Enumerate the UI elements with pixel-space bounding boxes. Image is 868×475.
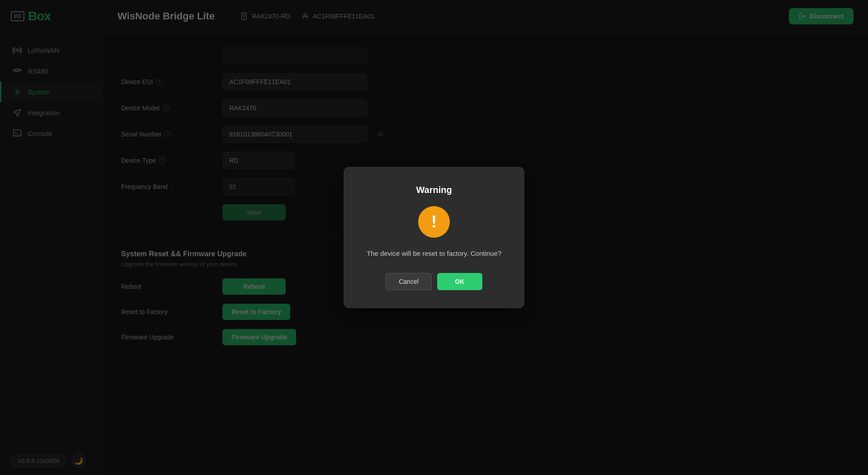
warning-modal: Warning ! The device will be reset to fa… bbox=[344, 167, 524, 309]
modal-actions: Cancel OK bbox=[365, 273, 503, 290]
modal-overlay: Warning ! The device will be reset to fa… bbox=[0, 0, 868, 475]
modal-message: The device will be reset to factory. Con… bbox=[365, 249, 503, 259]
warning-icon: ! bbox=[418, 206, 450, 238]
modal-ok-button[interactable]: OK bbox=[437, 273, 482, 290]
modal-title: Warning bbox=[365, 185, 503, 195]
modal-cancel-button[interactable]: Cancel bbox=[386, 273, 432, 290]
